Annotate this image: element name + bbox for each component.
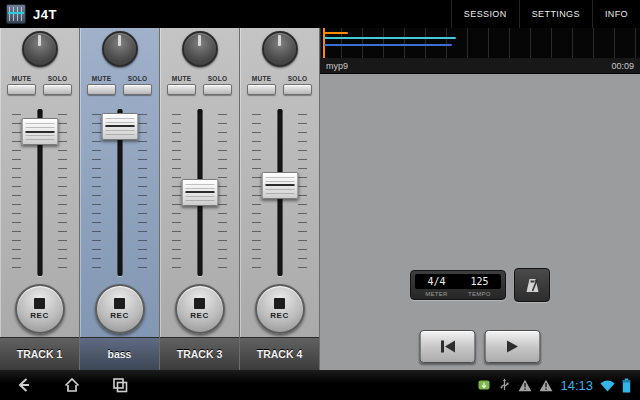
rec-zone: REC	[160, 281, 239, 337]
rec-zone: REC	[80, 281, 159, 337]
fader-ticks	[252, 114, 261, 271]
track-name-label[interactable]: bass	[80, 337, 159, 370]
waveform-trace-blue	[324, 44, 452, 46]
tempo-value: 125	[470, 276, 488, 287]
waveform-trace-cyan	[324, 37, 456, 39]
mute-label: MUTE	[12, 75, 32, 82]
knob-zone	[0, 28, 79, 70]
mute-solo-row: MUTE SOLO	[0, 70, 79, 100]
metronome-button[interactable]	[514, 268, 550, 302]
solo-label: SOLO	[128, 75, 148, 82]
play-button[interactable]	[485, 330, 541, 363]
tempo-display[interactable]: 4/4 125 METER TEMPO	[410, 270, 506, 300]
app-title: J4T	[33, 7, 57, 22]
record-square-icon	[274, 298, 285, 309]
home-icon	[62, 375, 82, 395]
clip-info-bar: myp9 00:09	[320, 58, 640, 74]
pan-knob[interactable]	[182, 31, 218, 67]
tempo-cluster: 4/4 125 METER TEMPO	[410, 268, 550, 302]
metronome-icon	[524, 277, 541, 294]
track-strip-2: MUTE SOLO REC bass	[80, 28, 160, 370]
fader-ticks	[12, 114, 21, 271]
track-name-label[interactable]: TRACK 1	[0, 337, 79, 370]
action-bar: J4T SESSION SETTINGS INFO	[0, 0, 640, 28]
rec-label: REC	[190, 311, 208, 320]
tempo-display-labels: METER TEMPO	[415, 291, 501, 297]
track-name-label[interactable]: TRACK 3	[160, 337, 239, 370]
tempo-display-screen: 4/4 125	[415, 274, 501, 289]
elapsed-time: 00:09	[611, 61, 634, 71]
meter-label: METER	[425, 291, 448, 297]
back-button[interactable]	[0, 370, 48, 400]
record-arm-button[interactable]: REC	[95, 284, 145, 334]
record-arm-button[interactable]: REC	[255, 284, 305, 334]
menu-item-settings[interactable]: SETTINGS	[519, 0, 592, 28]
menu-item-session[interactable]: SESSION	[451, 0, 519, 28]
record-square-icon	[114, 298, 125, 309]
time-signature-value: 4/4	[427, 276, 445, 287]
solo-button[interactable]	[43, 84, 72, 95]
mute-solo-row: MUTE SOLO	[240, 70, 319, 100]
play-icon	[507, 340, 519, 353]
volume-fader[interactable]	[261, 172, 298, 199]
app-screen: J4T SESSION SETTINGS INFO MUTE SOLO	[0, 0, 640, 400]
mute-label: MUTE	[252, 75, 272, 82]
pan-knob[interactable]	[22, 31, 58, 67]
record-arm-button[interactable]: REC	[15, 284, 65, 334]
knob-zone	[80, 28, 159, 70]
mixer-panel: MUTE SOLO REC TRACK 1	[0, 28, 320, 370]
pan-knob[interactable]	[262, 31, 298, 67]
tempo-label: TEMPO	[468, 291, 491, 297]
rec-label: REC	[110, 311, 128, 320]
mute-button[interactable]	[167, 84, 196, 95]
recent-apps-button[interactable]	[96, 370, 144, 400]
rec-zone: REC	[0, 281, 79, 337]
solo-label: SOLO	[48, 75, 68, 82]
fader-ticks	[138, 114, 147, 271]
back-icon	[14, 375, 34, 395]
main-area: MUTE SOLO REC TRACK 1	[0, 28, 640, 370]
record-arm-button[interactable]: REC	[175, 284, 225, 334]
solo-label: SOLO	[208, 75, 228, 82]
volume-fader[interactable]	[21, 118, 58, 145]
menu-item-info[interactable]: INFO	[592, 0, 640, 28]
skip-to-start-button[interactable]	[420, 330, 476, 363]
mute-button[interactable]	[7, 84, 36, 95]
usb-connected-icon	[477, 378, 491, 392]
app-logo-icon	[6, 4, 26, 24]
pan-knob[interactable]	[102, 31, 138, 67]
warning-icon	[539, 379, 553, 392]
record-square-icon	[194, 298, 205, 309]
status-icons: 14:13	[477, 378, 640, 393]
fader-ticks	[298, 114, 307, 271]
mute-button[interactable]	[247, 84, 276, 95]
fader-zone	[80, 106, 159, 279]
track-name-label[interactable]: TRACK 4	[240, 337, 319, 370]
home-button[interactable]	[48, 370, 96, 400]
fader-ticks	[58, 114, 67, 271]
volume-fader[interactable]	[181, 179, 218, 206]
clock: 14:13	[560, 378, 593, 393]
waveform-trace-orange	[324, 32, 348, 34]
rec-label: REC	[270, 311, 288, 320]
solo-button[interactable]	[203, 84, 232, 95]
transport-controls	[420, 330, 541, 363]
volume-fader[interactable]	[101, 113, 138, 140]
mute-button[interactable]	[87, 84, 116, 95]
rec-zone: REC	[240, 281, 319, 337]
knob-zone	[240, 28, 319, 70]
fader-ticks	[172, 114, 181, 271]
solo-button[interactable]	[283, 84, 312, 95]
waveform-timeline[interactable]	[320, 28, 640, 58]
track-strip-4: MUTE SOLO REC TRACK 4	[240, 28, 320, 370]
fader-ticks	[92, 114, 101, 271]
knob-zone	[160, 28, 239, 70]
warning-icon	[518, 379, 532, 392]
battery-icon	[622, 378, 631, 393]
clip-name: myp9	[326, 61, 348, 71]
system-bar: 14:13	[0, 370, 640, 400]
skip-to-start-icon	[440, 340, 455, 353]
mute-solo-row: MUTE SOLO	[160, 70, 239, 100]
solo-button[interactable]	[123, 84, 152, 95]
rec-label: REC	[30, 311, 48, 320]
